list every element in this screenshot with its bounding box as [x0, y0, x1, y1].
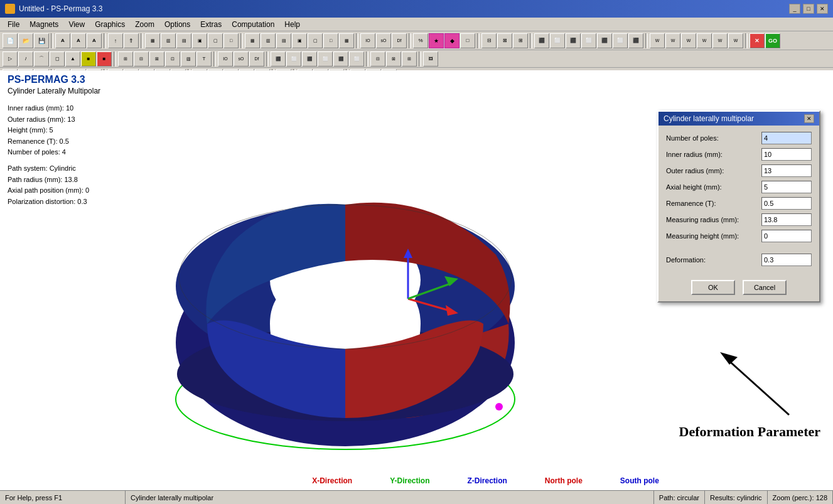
tb2-21[interactable]: ⬛ [333, 51, 348, 67]
tb-m6[interactable]: W [728, 33, 743, 48]
tb-l3[interactable]: ⬛ [566, 33, 581, 48]
tb-g2[interactable]: ▥ [161, 33, 176, 48]
menu-computation[interactable]: Computation [227, 19, 279, 30]
tb-i1[interactable]: IO [360, 33, 375, 48]
tb-l4[interactable]: ⬜ [581, 33, 596, 48]
tb-h3[interactable]: ▤ [276, 33, 291, 48]
tb-k1[interactable]: ⊟ [481, 33, 497, 48]
tb-j1[interactable]: % [413, 33, 428, 48]
tb2-2[interactable]: / [18, 51, 33, 67]
tb2-13[interactable]: T [196, 51, 212, 67]
tb-m2[interactable]: W [665, 33, 680, 48]
tb-h1[interactable]: ▦ [245, 33, 260, 48]
tb-h7[interactable]: ▦ [339, 33, 354, 48]
window-title: Untitled - PS-Permag 3.3 [19, 4, 789, 13]
tb-l6[interactable]: ⬜ [613, 33, 628, 48]
tb-j4[interactable]: □ [460, 33, 475, 48]
tb-l2[interactable]: ⬜ [550, 33, 565, 48]
minimize-button[interactable]: _ [789, 4, 800, 14]
tb-h4[interactable]: ▣ [292, 33, 307, 48]
tb2-19[interactable]: ⬛ [302, 51, 317, 67]
tb-arr2[interactable]: ⇑ [124, 33, 139, 48]
tb2-18[interactable]: ⬜ [286, 51, 301, 67]
toolbar-2: ▷ / ⌒ ◻ ▲ ■ ■ ⊞ ⊟ ⊠ ⊡ ▧ T IO sO Df ⬛ ⬜ ⬛… [0, 50, 833, 68]
tb-l7[interactable]: ⬛ [628, 33, 643, 48]
tb-m3[interactable]: W [681, 33, 696, 48]
tb-m1[interactable]: W [650, 33, 665, 48]
tb2-20[interactable]: ⬜ [318, 51, 333, 67]
menu-extras[interactable]: Extras [195, 19, 227, 30]
tb2-26[interactable]: 🖼 [423, 51, 438, 67]
tb-g4[interactable]: ▣ [192, 33, 207, 48]
tb2-5[interactable]: ▲ [65, 51, 80, 67]
tb2-1[interactable]: ▷ [3, 51, 18, 67]
tb2-14[interactable]: IO [218, 51, 233, 67]
tb-k3[interactable]: ⊞ [513, 33, 528, 48]
tb2-3[interactable]: ⌒ [34, 51, 49, 67]
tb2-12[interactable]: ▧ [181, 51, 196, 67]
tb-k2[interactable]: ⊠ [497, 33, 512, 48]
measuring-h-input[interactable] [761, 230, 812, 242]
poles-input[interactable] [761, 132, 812, 144]
tb2-6[interactable]: ■ [81, 51, 96, 67]
menu-zoom[interactable]: Zoom [130, 19, 159, 30]
tb2-24[interactable]: ⊠ [386, 51, 401, 67]
outer-input[interactable] [761, 164, 812, 177]
cancel-button[interactable]: Cancel [743, 280, 787, 295]
tb-h6[interactable]: □ [323, 33, 338, 48]
ok-button[interactable]: OK [691, 280, 735, 295]
tb-btn-c[interactable]: A [87, 33, 102, 48]
tb-m5[interactable]: W [712, 33, 728, 48]
tb2-8[interactable]: ⊞ [118, 51, 133, 67]
remanence-label: Remanence (T): [666, 200, 761, 207]
tb2-9[interactable]: ⊟ [134, 51, 149, 67]
tb2-7[interactable]: ■ [97, 51, 112, 67]
close-button[interactable]: ✕ [817, 4, 828, 14]
tb-btn-a[interactable]: A [55, 33, 70, 48]
tb-save[interactable]: 💾 [34, 33, 49, 48]
tb-btn-b[interactable]: A [71, 33, 86, 48]
menu-options[interactable]: Options [159, 19, 195, 30]
tb2-17[interactable]: ⬛ [271, 51, 286, 67]
menu-help[interactable]: Help [279, 19, 305, 30]
tb2-10[interactable]: ⊠ [149, 51, 164, 67]
tb2-22[interactable]: ⬜ [349, 51, 364, 67]
status-results: Results: cylindric [705, 491, 768, 504]
tb-g1[interactable]: ▦ [145, 33, 160, 48]
tb-go[interactable]: GO [765, 33, 780, 48]
remanence-input[interactable] [761, 197, 812, 210]
tb-delete[interactable]: ✕ [750, 33, 765, 48]
tb-arrow[interactable]: ↑ [108, 33, 123, 48]
tb2-16[interactable]: Df [249, 51, 264, 67]
tb-g5[interactable]: ▢ [208, 33, 223, 48]
menu-file[interactable]: File [3, 19, 24, 30]
tb-j3[interactable]: ◆ [444, 33, 459, 48]
tb-i3[interactable]: Df [392, 33, 407, 48]
axial-input[interactable] [761, 181, 812, 193]
menu-graphics[interactable]: Graphics [90, 19, 130, 30]
tb2-23[interactable]: ⊟ [370, 51, 385, 67]
deformation-input[interactable] [761, 254, 812, 266]
tb-g3[interactable]: ▤ [176, 33, 191, 48]
tb2-25[interactable]: ⊞ [402, 51, 417, 67]
tb-h2[interactable]: ▥ [261, 33, 276, 48]
dialog-titlebar: Cylinder laterally multipolar ✕ [658, 112, 819, 126]
tb-g6[interactable]: □ [223, 33, 239, 48]
tb-l5[interactable]: ⬛ [597, 33, 612, 48]
tb2-15[interactable]: sO [234, 51, 249, 67]
tb-new[interactable]: 📄 [3, 33, 18, 48]
tb2-11[interactable]: ⊡ [165, 51, 180, 67]
inner-input[interactable] [761, 148, 812, 161]
tb-j2[interactable]: ★ [429, 33, 444, 48]
menu-magnets[interactable]: Magnets [24, 19, 63, 30]
dialog-close-button[interactable]: ✕ [804, 114, 814, 123]
measuring-r-input[interactable] [761, 213, 812, 226]
tb-l1[interactable]: ⬛ [534, 33, 549, 48]
menu-view[interactable]: View [63, 19, 90, 30]
tb-open[interactable]: 📂 [18, 33, 33, 48]
tb-h5[interactable]: ▢ [308, 33, 323, 48]
tb-m4[interactable]: W [697, 33, 712, 48]
maximize-button[interactable]: □ [803, 4, 814, 14]
tb2-4[interactable]: ◻ [50, 51, 65, 67]
tb-i2[interactable]: sO [376, 33, 391, 48]
